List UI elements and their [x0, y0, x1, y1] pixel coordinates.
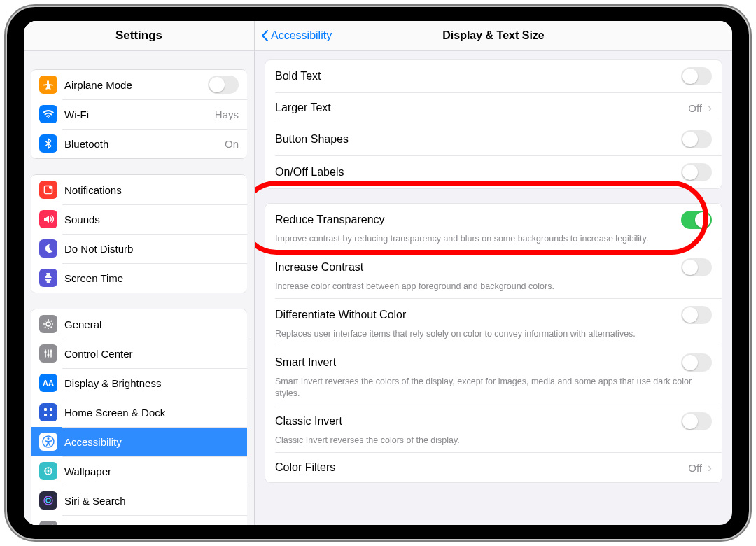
- setting-colorfilters[interactable]: Color FiltersOff›: [265, 453, 722, 482]
- setting-label: Color Filters: [275, 461, 688, 474]
- sounds-icon: [39, 210, 57, 228]
- sidebar-item-label: General: [64, 318, 239, 330]
- setting-value: Off: [688, 462, 702, 474]
- device-bezel: Settings Airplane ModeWi-FiHaysBluetooth…: [7, 7, 749, 539]
- setting-label: Larger Text: [275, 102, 688, 114]
- sidebar-item-general[interactable]: General: [31, 309, 247, 339]
- sidebar-item-value: On: [225, 138, 239, 150]
- setting-footnote: Increase color contrast between app fore…: [275, 281, 712, 293]
- setting-label: Differentiate Without Color: [275, 309, 681, 321]
- notifications-icon: [39, 181, 57, 199]
- setting-label: Button Shapes: [275, 133, 681, 146]
- detail-pane: Accessibility Display & Text Size Bold T…: [255, 21, 732, 525]
- bold-toggle[interactable]: [681, 67, 712, 85]
- svg-point-15: [44, 496, 52, 505]
- sidebar-item-value: Hays: [215, 108, 239, 120]
- svg-rect-7: [44, 408, 47, 411]
- setting-label: Reduce Transparency: [275, 214, 681, 226]
- sidebar-item-label: Wallpaper: [64, 465, 239, 477]
- sidebar-item-label: Do Not Disturb: [64, 243, 239, 255]
- bluetooth-icon: [39, 134, 57, 153]
- svg-point-5: [47, 354, 49, 356]
- sidebar-item-accessibility[interactable]: Accessibility: [31, 427, 247, 456]
- sidebar-scroll[interactable]: Airplane ModeWi-FiHaysBluetoothOnNotific…: [24, 51, 254, 525]
- sidebar-item-label: Airplane Mode: [64, 79, 208, 91]
- setting-incrcontrast[interactable]: Increase ContrastIncrease color contrast…: [265, 251, 722, 298]
- controlcenter-icon: [39, 344, 57, 363]
- sidebar-item-display[interactable]: AADisplay & Brightness: [31, 368, 247, 398]
- dnd-icon: [39, 239, 57, 258]
- back-button[interactable]: Accessibility: [255, 29, 332, 42]
- setting-onoff[interactable]: On/Off Labels: [265, 156, 722, 188]
- setting-smartinvert[interactable]: Smart InvertSmart Invert reverses the co…: [265, 346, 722, 405]
- setting-value: Off: [688, 102, 702, 114]
- sidebar-item-airplane[interactable]: Airplane Mode: [31, 70, 247, 99]
- svg-rect-8: [50, 408, 52, 411]
- detail-header: Accessibility Display & Text Size: [255, 21, 732, 51]
- classicinvert-toggle[interactable]: [681, 412, 712, 430]
- incrcontrast-toggle[interactable]: [681, 258, 712, 276]
- pencil-icon: [39, 521, 57, 525]
- setting-reducetrans[interactable]: Reduce TransparencyImprove contrast by r…: [265, 204, 722, 251]
- setting-larger[interactable]: Larger TextOff›: [265, 93, 722, 122]
- wifi-icon: [39, 105, 57, 123]
- sidebar-item-pencil[interactable]: Apple Pencil: [31, 515, 247, 525]
- settings-sidebar: Settings Airplane ModeWi-FiHaysBluetooth…: [24, 21, 255, 525]
- chevron-left-icon: [262, 30, 268, 41]
- accessibility-icon: [39, 433, 57, 451]
- sidebar-item-sounds[interactable]: Sounds: [31, 204, 247, 234]
- screentime-icon: [39, 269, 57, 287]
- setting-label: Bold Text: [275, 70, 681, 83]
- airplane-toggle[interactable]: [208, 76, 239, 94]
- sidebar-item-label: Display & Brightness: [64, 377, 239, 389]
- buttonshapes-toggle[interactable]: [681, 130, 712, 148]
- general-icon: [39, 315, 57, 333]
- detail-title: Display & Text Size: [442, 29, 545, 42]
- sidebar-item-label: Apple Pencil: [64, 524, 239, 526]
- svg-point-4: [44, 351, 46, 353]
- sidebar-item-label: Sounds: [64, 214, 239, 225]
- svg-rect-10: [50, 414, 52, 416]
- sidebar-item-label: Notifications: [64, 184, 239, 196]
- sidebar-item-controlcenter[interactable]: Control Center: [31, 339, 247, 368]
- sidebar-item-wallpaper[interactable]: Wallpaper: [31, 456, 247, 486]
- wallpaper-icon: [39, 462, 57, 480]
- setting-buttonshapes[interactable]: Button Shapes: [265, 123, 722, 155]
- setting-diffcolor[interactable]: Differentiate Without ColorReplaces user…: [265, 299, 722, 346]
- setting-footnote: Replaces user interface items that rely …: [275, 328, 712, 340]
- svg-point-16: [46, 498, 50, 503]
- onoff-toggle[interactable]: [681, 163, 712, 181]
- home-icon: [39, 403, 57, 421]
- diffcolor-toggle[interactable]: [681, 306, 712, 324]
- sidebar-item-wifi[interactable]: Wi-FiHays: [31, 99, 247, 129]
- detail-scroll[interactable]: Bold TextLarger TextOff›Button ShapesOn/…: [255, 51, 732, 525]
- svg-point-0: [48, 117, 49, 118]
- svg-point-12: [48, 438, 50, 440]
- airplane-icon: [39, 76, 57, 94]
- setting-label: Classic Invert: [275, 415, 681, 428]
- back-label: Accessibility: [271, 29, 332, 42]
- sidebar-item-siri[interactable]: Siri & Search: [31, 486, 247, 515]
- svg-rect-9: [44, 414, 47, 416]
- sidebar-item-screentime[interactable]: Screen Time: [31, 263, 247, 293]
- sidebar-item-label: Home Screen & Dock: [64, 407, 239, 419]
- setting-footnote: Classic Invert reverses the colors of th…: [275, 435, 712, 447]
- smartinvert-toggle[interactable]: [681, 354, 712, 372]
- setting-label: Smart Invert: [275, 356, 681, 369]
- sidebar-item-label: Accessibility: [64, 436, 239, 448]
- setting-footnote: Improve contrast by reducing transparenc…: [275, 233, 712, 245]
- setting-footnote: Smart Invert reverses the colors of the …: [275, 376, 712, 400]
- setting-label: On/Off Labels: [275, 166, 681, 178]
- screen: Settings Airplane ModeWi-FiHaysBluetooth…: [24, 21, 732, 525]
- sidebar-item-dnd[interactable]: Do Not Disturb: [31, 234, 247, 263]
- svg-point-6: [50, 350, 52, 352]
- sidebar-item-home[interactable]: Home Screen & Dock: [31, 398, 247, 427]
- svg-point-14: [48, 470, 50, 472]
- setting-bold[interactable]: Bold Text: [265, 60, 722, 92]
- setting-classicinvert[interactable]: Classic InvertClassic Invert reverses th…: [265, 405, 722, 452]
- sidebar-item-label: Wi-Fi: [64, 108, 211, 120]
- siri-icon: [39, 491, 57, 510]
- sidebar-item-bluetooth[interactable]: BluetoothOn: [31, 129, 247, 158]
- reducetrans-toggle[interactable]: [681, 211, 712, 229]
- sidebar-item-notifications[interactable]: Notifications: [31, 175, 247, 204]
